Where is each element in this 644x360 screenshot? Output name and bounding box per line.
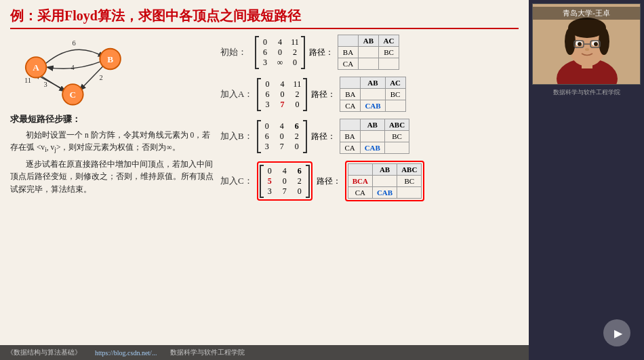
addc-path-table-wrapper: ABABC BCABC CACAB [345, 161, 425, 201]
teacher-video: 青岛大学-王卓 [532, 3, 641, 85]
addc-section: 加入C： 046 502 370 路径： ABABC BCABC C [220, 161, 519, 201]
initial-path-table: ABAC BABC CA [338, 35, 399, 70]
svg-text:3: 3 [44, 81, 47, 88]
initial-matrix: 0411 602 3∞0 [255, 36, 305, 69]
teacher-name-overlay: 青岛大学-王卓 [533, 7, 640, 20]
initial-path-label: 路径： [309, 47, 334, 58]
svg-point-16 [565, 28, 576, 55]
svg-text:C: C [70, 89, 77, 100]
step2-text: 逐步试着在原直接路径中增加中间顶点，若加入中间顶点后路径变短，则修改之；否则，维… [10, 158, 214, 195]
graph-svg: 6 4 3 11 2 [10, 35, 146, 109]
description: 求最短路径步骤： 初始时设置一个 n 阶方阵，令其对角线元素为 0，若存在弧 <… [10, 113, 214, 195]
adda-path-table: ABAC BABC CACAB [340, 77, 405, 112]
addc-path-table: ABABC BCABC CACAB [348, 163, 422, 199]
right-panel: 初始： 0411 602 3∞0 路径： ABAC BABC CA [220, 35, 519, 204]
svg-text:A: A [33, 62, 39, 73]
svg-point-20 [578, 42, 582, 46]
svg-text:11: 11 [24, 77, 31, 84]
step1-text: 初始时设置一个 n 阶方阵，令其对角线元素为 0，若存在弧 <vi, vj>，则… [10, 129, 214, 155]
video-panel: 青岛大学-王卓 数据科学与软件工程学院 ▶ [529, 0, 644, 360]
adda-section: 加入A： 0411 602 370 路径： ABAC BABC CACAB [220, 77, 519, 112]
adda-matrix: 0411 602 370 [257, 78, 307, 111]
main-slide: 例：采用Floyd算法，求图中各顶点之间最短路径 6 4 3 [0, 0, 529, 360]
addb-matrix: 046 602 370 [257, 120, 307, 153]
initial-section: 初始： 0411 602 3∞0 路径： ABAC BABC CA [220, 35, 519, 70]
teacher-affiliation: 数据科学与软件工程学院 [553, 87, 620, 97]
play-button[interactable]: ▶ [603, 319, 630, 346]
left-panel: 6 4 3 11 2 [10, 35, 214, 204]
initial-label: 初始： [220, 46, 251, 58]
play-icon: ▶ [614, 327, 622, 340]
step-header: 求最短路径步骤： [10, 113, 214, 127]
addb-section: 加入B： 046 602 370 路径： ABABC BABC CACAB [220, 119, 519, 154]
bottom-link: https://blog.csdn.net/... [95, 349, 157, 357]
addb-label: 加入B： [220, 130, 253, 142]
graph-container: 6 4 3 11 2 [10, 35, 146, 109]
school-label: 数据科学与软件工程学院 [170, 348, 245, 357]
svg-text:4: 4 [71, 64, 75, 71]
book-title: 《数据结构与算法基础》 [7, 348, 81, 357]
adda-label: 加入A： [220, 88, 253, 100]
addb-path-label: 路径： [311, 131, 336, 142]
addb-path-table: ABABC BABC CACAB [340, 119, 409, 154]
addc-path-label: 路径： [317, 176, 341, 187]
svg-point-25 [585, 48, 589, 51]
svg-text:2: 2 [99, 74, 102, 81]
svg-point-17 [599, 28, 609, 55]
bottom-bar: 《数据结构与算法基础》 https://blog.csdn.net/... 数据… [0, 345, 529, 360]
adda-path-label: 路径： [311, 89, 336, 100]
slide-title: 例：采用Floyd算法，求图中各顶点之间最短路径 [10, 7, 519, 29]
addc-matrix: 046 502 370 [260, 165, 310, 198]
addc-label: 加入C： [220, 175, 253, 187]
content-area: 6 4 3 11 2 [10, 35, 519, 204]
svg-text:6: 6 [72, 39, 75, 47]
svg-text:B: B [107, 54, 113, 64]
svg-point-21 [594, 42, 598, 46]
addc-matrix-wrapper: 046 502 370 [257, 161, 313, 201]
